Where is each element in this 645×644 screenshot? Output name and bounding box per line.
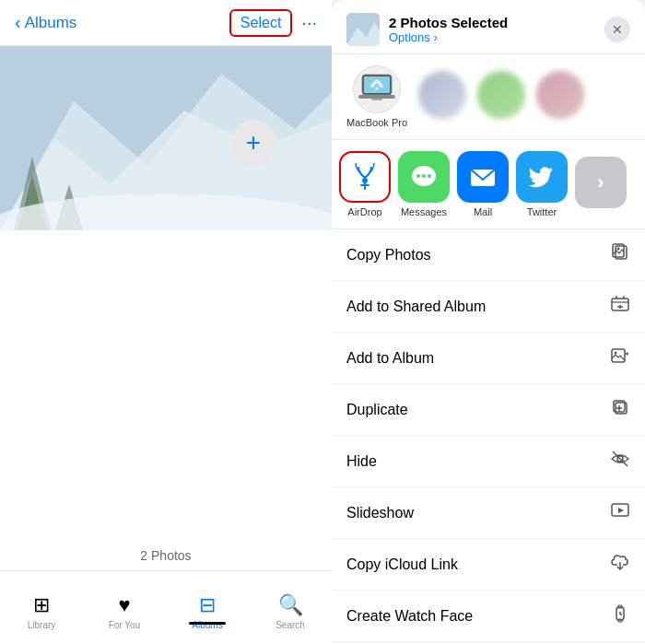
app-airdrop[interactable]: AirDrop [339,151,391,217]
tab-library[interactable]: ⊞ Library [0,586,83,630]
action-copy-icloud[interactable]: Copy iCloud Link [332,539,645,591]
app-messages[interactable]: Messages [398,151,450,217]
close-button[interactable]: ✕ [604,17,630,42]
twitter-label: Twitter [527,206,557,217]
library-icon: ⊞ [33,593,50,617]
share-header: 2 Photos Selected Options › ✕ [332,0,645,54]
action-list: Copy Photos Add to Shared Album Add to A… [332,229,645,644]
share-header-left: 2 Photos Selected Options › [346,13,508,46]
action-add-shared-album[interactable]: Add to Shared Album [332,281,645,333]
tab-albums[interactable]: ⊟ Albums [166,586,249,630]
svg-point-35 [615,352,617,355]
add-album-icon [610,345,630,370]
more-icon: › [575,157,627,208]
macbook-avatar [353,65,401,113]
photo-area: 2 Photos [0,46,332,644]
contact-macbook[interactable]: MacBook Pro [346,65,407,128]
right-panel: 2 Photos Selected Options › ✕ [332,0,645,644]
back-label: Albums [25,14,77,32]
action-copy-photos[interactable]: Copy Photos [332,229,645,281]
share-sheet: 2 Photos Selected Options › ✕ [332,0,645,644]
contact-2[interactable] [477,71,525,123]
photo-background [0,46,332,230]
contact-3[interactable] [536,71,584,123]
tab-library-label: Library [28,620,56,630]
airdrop-contacts-row: MacBook Pro [332,54,645,140]
copy-photos-label: Copy Photos [346,247,431,263]
tab-for-you[interactable]: ♥ For You [83,586,166,630]
action-watch-face[interactable]: Create Watch Face [332,591,645,642]
slideshow-label: Slideshow [346,505,414,521]
share-thumbnail [346,13,380,46]
contact-3-avatar [536,71,584,119]
tab-bar: ⊞ Library ♥ For You ⊟ Albums 🔍 Search [0,570,332,644]
app-icons-scroll: AirDrop Messages [339,151,638,217]
top-right-actions: Select ··· [229,9,317,37]
add-shared-album-label: Add to Shared Album [346,299,486,315]
svg-point-19 [416,174,420,178]
app-more[interactable]: › [575,157,627,212]
app-icons-row: AirDrop Messages [332,140,645,229]
for-you-icon: ♥ [118,593,130,617]
mail-label: Mail [474,206,492,217]
twitter-icon [516,151,568,203]
search-icon: 🔍 [278,593,303,617]
svg-point-21 [428,174,431,178]
photo-count-label: 2 Photos [0,541,332,570]
contact-1-avatar [418,71,466,119]
action-slideshow[interactable]: Slideshow [332,487,645,539]
select-button[interactable]: Select [229,9,292,37]
airdrop-icon [339,151,391,203]
copy-icloud-label: Copy iCloud Link [346,556,458,573]
share-options-link[interactable]: Options › [389,30,508,44]
copy-photos-icon [610,242,630,267]
airdrop-svg [349,161,381,193]
hide-label: Hide [346,453,377,470]
svg-line-41 [613,451,627,466]
add-shared-album-icon [610,294,630,319]
more-button[interactable]: ··· [301,12,317,33]
airdrop-label: AirDrop [347,206,381,217]
tab-for-you-label: For You [109,620,140,630]
action-add-album[interactable]: Add to Album [332,333,645,384]
svg-rect-12 [358,95,395,99]
watch-face-icon [610,603,630,628]
back-chevron-icon: ‹ [15,12,21,33]
add-album-label: Add to Album [346,350,434,367]
svg-point-11 [376,88,379,90]
duplicate-label: Duplicate [346,402,408,418]
contact-scroll: MacBook Pro [346,65,630,128]
slideshow-icon [610,500,630,525]
twitter-svg [526,161,557,193]
macbook-label: MacBook Pro [346,117,407,128]
tab-search[interactable]: 🔍 Search [249,586,332,630]
svg-rect-10 [364,76,390,93]
share-count-label: 2 Photos Selected [389,15,508,30]
svg-rect-32 [612,349,625,362]
tab-search-label: Search [276,620,305,630]
back-button[interactable]: ‹ Albums [15,12,76,33]
action-duplicate[interactable]: Duplicate [332,384,645,436]
app-twitter[interactable]: Twitter [516,151,568,217]
macbook-svg [358,73,395,106]
tab-active-indicator [189,622,226,625]
svg-rect-26 [612,299,628,310]
svg-marker-43 [618,508,624,513]
mail-icon [457,151,509,203]
albums-icon: ⊟ [199,593,216,617]
app-mail[interactable]: Mail [457,151,509,217]
add-photo-button[interactable] [230,120,276,166]
mail-svg [467,161,498,193]
photo-illustration [0,46,332,230]
messages-icon [398,151,450,203]
top-bar: ‹ Albums Select ··· [0,0,332,46]
left-panel: ‹ Albums Select ··· [0,0,332,644]
copy-icloud-icon [610,552,630,577]
svg-rect-13 [371,99,382,100]
contact-2-avatar [477,71,525,119]
messages-label: Messages [401,206,447,217]
contact-1[interactable] [418,71,466,123]
action-hide[interactable]: Hide [332,436,645,487]
share-title-block: 2 Photos Selected Options › [389,15,508,44]
svg-point-20 [422,174,426,178]
